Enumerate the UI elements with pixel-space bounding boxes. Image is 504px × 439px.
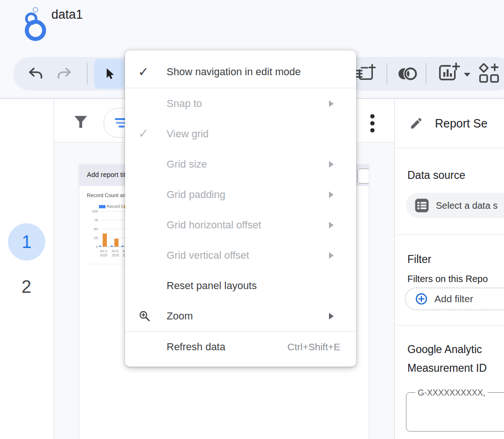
- bar-series2-jul-5-2025: [114, 239, 119, 247]
- bar-series2-jul-3-2025: [103, 234, 107, 247]
- menu-item-lead: [138, 310, 167, 322]
- undo-icon[interactable]: [27, 65, 44, 83]
- menu-item-refresh-data[interactable]: Refresh dataCtrl+Shift+E: [125, 332, 356, 362]
- check-icon: ✓: [138, 66, 149, 78]
- menu-item-label: Snap to: [167, 98, 202, 110]
- add-circle-icon: [415, 292, 428, 305]
- select-data-source-label: Select a data s: [436, 200, 497, 211]
- menu-item-grid-vertical-offset[interactable]: Grid vertical offset: [125, 240, 356, 270]
- toolbar-separator: [426, 63, 427, 85]
- page-navigator: 12: [0, 99, 54, 439]
- submenu-caret-icon: [329, 313, 334, 319]
- panel-section-divider: [395, 325, 504, 326]
- menu-item-label: Grid padding: [167, 189, 225, 201]
- panel-divider: [394, 99, 395, 439]
- y-axis-tick: 25: [86, 236, 98, 240]
- page-thumb-2[interactable]: 2: [21, 277, 31, 297]
- menu-item-view-grid[interactable]: ✓View grid: [125, 119, 356, 149]
- menu-item-grid-size[interactable]: Grid size: [125, 149, 356, 179]
- menu-item-label: Grid size: [167, 158, 207, 170]
- report-title-placeholder[interactable]: Add report title: [87, 171, 131, 178]
- menu-item-label: Grid horizontal offset: [167, 219, 261, 231]
- menu-item-snap-to[interactable]: Snap to: [125, 88, 356, 119]
- menu-item-show-navigation-in-edit-mode[interactable]: ✓Show navigation in edit mode: [125, 56, 356, 88]
- y-axis-tick: 0: [86, 245, 98, 249]
- menu-item-lead: ✓: [138, 66, 167, 78]
- data-source-heading: Data source: [407, 169, 465, 182]
- more-vertical-icon[interactable]: [369, 113, 376, 136]
- menu-item-label: Grid vertical offset: [167, 249, 249, 262]
- menu-item-lead: ✓: [138, 127, 167, 140]
- submenu-caret-icon: [329, 252, 334, 259]
- add-control-icon[interactable]: [478, 63, 500, 85]
- y-axis-tick: 100: [86, 209, 98, 213]
- submenu-caret-icon: [329, 191, 334, 198]
- menu-item-grid-horizontal-offset[interactable]: Grid horizontal offset: [125, 210, 356, 240]
- add-page-icon[interactable]: [356, 64, 376, 84]
- filter-subheading: Filters on this Repo: [407, 274, 488, 284]
- select-data-source-button[interactable]: Select a data s: [406, 193, 504, 218]
- menu-item-label: View grid: [167, 128, 209, 140]
- menu-item-grid-padding[interactable]: Grid padding: [125, 179, 356, 210]
- menu-item-shortcut: Ctrl+Shift+E: [287, 341, 340, 353]
- view-dropdown-menu: ✓Show navigation in edit modeSnap to✓Vie…: [125, 50, 356, 367]
- toolbar-separator: [87, 63, 88, 85]
- zoom-in-icon: [138, 310, 151, 322]
- y-axis-tick: 75: [86, 218, 98, 222]
- submenu-caret-icon: [329, 100, 334, 107]
- add-filter-label: Add filter: [434, 293, 473, 304]
- panel-title: Report Se: [435, 117, 488, 130]
- legend-swatch: [99, 205, 105, 208]
- ga-heading-line1: Google Analytic: [407, 343, 482, 356]
- panel-section-divider: [395, 234, 504, 235]
- toolbar-separator: [386, 63, 387, 85]
- check-icon: ✓: [138, 127, 149, 140]
- add-filter-button[interactable]: Add filter: [405, 288, 504, 310]
- menu-item-zoom[interactable]: Zoom: [125, 301, 356, 331]
- y-axis-tick: 50: [86, 227, 98, 231]
- submenu-caret-icon: [329, 161, 334, 168]
- submenu-caret-icon: [329, 222, 334, 228]
- select-tool-icon[interactable]: [94, 59, 124, 89]
- report-title[interactable]: data1: [51, 7, 83, 22]
- menu-item-label: Zoom: [167, 310, 193, 322]
- add-chart-icon[interactable]: [438, 63, 460, 84]
- ga-field-label: G-XXXXXXXXXX,: [415, 388, 488, 398]
- menu-item-label: Show navigation in edit mode: [167, 66, 301, 78]
- pencil-icon: [409, 116, 423, 132]
- bar-record-count-jul-3-2025: [99, 246, 101, 247]
- menu-item-label: Reset panel layouts: [167, 280, 257, 292]
- bar-record-count-jul-5-2025: [111, 246, 113, 247]
- menu-item-reset-panel-layouts[interactable]: Reset panel layouts: [125, 270, 356, 301]
- data-source-icon: [414, 198, 429, 213]
- funnel-icon[interactable]: [72, 113, 89, 133]
- panel-section-divider: [395, 148, 504, 148]
- bar-record-count-jul-6-2025: [121, 246, 124, 247]
- filter-heading: Filter: [407, 253, 431, 266]
- menu-item-label: Refresh data: [167, 341, 225, 353]
- ga-heading-line2: Measurement ID: [407, 362, 487, 375]
- page-thumb-1[interactable]: 1: [8, 223, 45, 261]
- redo-icon[interactable]: [56, 65, 73, 83]
- add-chart-caret-icon[interactable]: [464, 73, 470, 77]
- ga-measurement-id-input[interactable]: [406, 392, 504, 432]
- date-range-control[interactable]: [357, 169, 369, 184]
- blend-data-icon[interactable]: [396, 66, 419, 83]
- menubar: FileEditViewInsertPageArrangeResourceHel…: [0, 28, 504, 50]
